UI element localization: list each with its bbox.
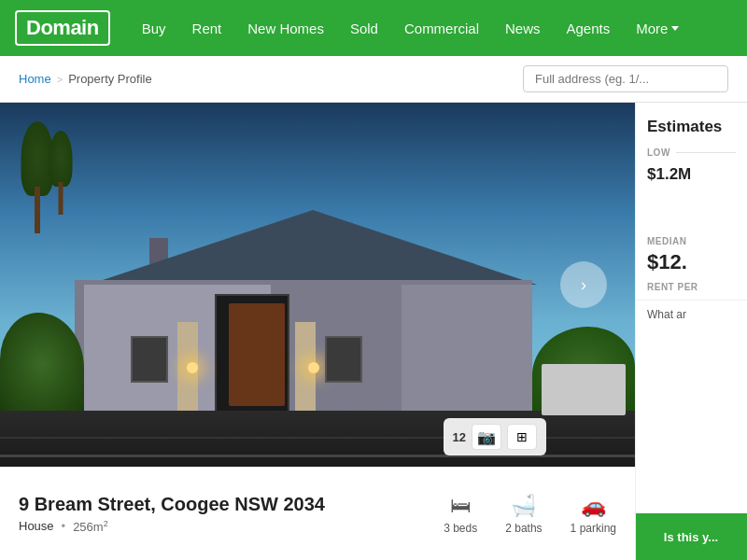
address-section: 9 Bream Street, Coogee NSW 2034 House • … xyxy=(19,494,444,534)
car-icon: 🚗 xyxy=(581,494,606,518)
nav-news[interactable]: News xyxy=(492,0,554,56)
low-label: LOW xyxy=(647,147,670,158)
feature-baths: 🛁 2 baths xyxy=(505,494,542,535)
property-meta: House • 256m2 xyxy=(19,519,444,534)
address-search-input[interactable] xyxy=(523,65,728,92)
camera-icon[interactable]: 📷 xyxy=(472,424,501,450)
low-estimate-value: $1.2M xyxy=(636,161,747,195)
property-panel: 12 📷 ⊞ › 9 Bream Street, Coogee NSW 2034… xyxy=(0,103,635,560)
what-are-section: What ar xyxy=(636,300,747,329)
breadcrumb-home-link[interactable]: Home xyxy=(19,72,51,86)
baths-label: 2 baths xyxy=(505,522,542,535)
letterbox-left xyxy=(131,336,168,383)
nav-agents[interactable]: Agents xyxy=(553,0,623,56)
bath-icon: 🛁 xyxy=(511,494,536,518)
entrance-glow xyxy=(229,303,285,406)
photo-count-badge: 12 📷 ⊞ xyxy=(444,418,546,455)
meta-separator: • xyxy=(62,519,66,533)
tree-small xyxy=(47,131,75,215)
property-type: House xyxy=(19,519,54,533)
domain-logo[interactable]: Domain xyxy=(15,10,110,46)
tree-trunk-small xyxy=(59,182,63,215)
property-features: 🛏 3 beds 🛁 2 baths 🚗 1 parking xyxy=(444,494,616,535)
floorplan-icon[interactable]: ⊞ xyxy=(507,424,537,450)
breadcrumb-separator: > xyxy=(57,74,63,85)
breadcrumb: Home > Property Profile xyxy=(19,72,152,86)
low-divider-line xyxy=(676,152,736,153)
main-content: 12 📷 ⊞ › 9 Bream Street, Coogee NSW 2034… xyxy=(0,103,747,560)
gate-light-left xyxy=(187,362,198,373)
nav-rent[interactable]: Rent xyxy=(179,0,235,56)
estimates-panel: Estimates LOW $1.2M MEDIAN $12. RENT PER… xyxy=(635,103,747,560)
gate-light-right xyxy=(308,362,319,373)
tree-canopy-small xyxy=(49,131,73,187)
property-address: 9 Bream Street, Coogee NSW 2034 xyxy=(19,494,444,515)
tree-trunk xyxy=(35,187,40,233)
nav-more[interactable]: More xyxy=(623,0,692,56)
breadcrumb-current: Property Profile xyxy=(68,72,152,86)
nav-commercial[interactable]: Commercial xyxy=(391,0,492,56)
scroll-hint[interactable]: › xyxy=(560,261,607,308)
what-are-text: What ar xyxy=(647,308,686,321)
nav-sold[interactable]: Sold xyxy=(337,0,391,56)
white-fence xyxy=(542,364,626,415)
nav-new-homes[interactable]: New Homes xyxy=(234,0,337,56)
nav-buy[interactable]: Buy xyxy=(129,0,179,56)
is-this-you-button[interactable]: Is this y... xyxy=(635,513,747,560)
median-label: MEDIAN xyxy=(636,232,747,248)
property-info-bar: 9 Bream Street, Coogee NSW 2034 House • … xyxy=(0,467,635,560)
is-this-you-text: Is this y... xyxy=(664,530,718,544)
photo-count-number: 12 xyxy=(453,430,466,444)
feature-parking: 🚗 1 parking xyxy=(571,494,616,535)
navbar: Domain Buy Rent New Homes Sold Commercia… xyxy=(0,0,747,56)
feature-beds: 🛏 3 beds xyxy=(444,494,477,535)
letterbox-right xyxy=(325,336,362,383)
bed-icon: 🛏 xyxy=(450,494,471,518)
scroll-right-arrow: › xyxy=(581,275,586,295)
breadcrumb-bar: Home > Property Profile xyxy=(0,56,747,103)
parking-label: 1 parking xyxy=(571,522,616,535)
house-wall-right xyxy=(402,285,532,415)
rent-per-label: RENT PER xyxy=(636,282,747,300)
low-divider: LOW xyxy=(636,144,747,161)
property-image[interactable]: 12 📷 ⊞ › xyxy=(0,103,635,467)
chevron-down-icon xyxy=(671,26,679,31)
property-size: 256m2 xyxy=(73,519,108,534)
beds-label: 3 beds xyxy=(444,522,477,535)
estimates-title: Estimates xyxy=(636,103,747,144)
median-estimate-value: $12. xyxy=(636,248,747,282)
roof-main xyxy=(89,210,537,285)
